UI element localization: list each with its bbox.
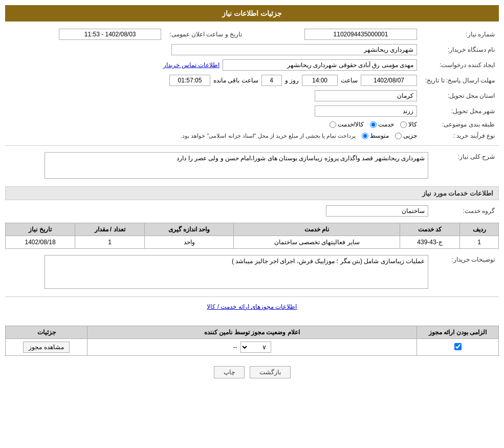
process-jozyi-label: جزیی (403, 132, 417, 139)
province-label: استان محل تحویل: (421, 88, 499, 103)
perm-col-details: جزئیات (6, 326, 87, 339)
need-number-label: شماره نیاز: (421, 27, 499, 42)
category-kala-label: کالا (408, 121, 417, 128)
city-input[interactable] (315, 105, 417, 117)
bottom-buttons-area: بازگشت چاپ (5, 366, 499, 389)
announcement-datetime-input[interactable] (59, 29, 161, 40)
process-label: نوع فرآیند خرید : (421, 130, 499, 141)
buyer-description-label: توضیحات خریدار: (432, 253, 499, 292)
process-jozyi-radio[interactable] (395, 133, 402, 139)
cell-need-date: 1402/08/18 (6, 236, 75, 249)
view-permit-button[interactable]: مشاهده مجوز (23, 342, 69, 353)
category-label: طبقه بندی موضوعی: (421, 119, 499, 130)
response-time-label: ساعت (341, 77, 358, 84)
process-motavasset-radio[interactable] (362, 133, 368, 139)
process-motavasset-label: متوسط (370, 132, 389, 139)
creator-contact-link[interactable]: اطلاعات تماس خریدار (163, 61, 220, 69)
services-section-title: اطلاعات خدمات مورد نیاز (5, 186, 499, 200)
permissions-link[interactable]: اطلاعات مجوزهای ارائه خدمت / کالا (5, 301, 499, 312)
buyer-org-input[interactable] (171, 44, 417, 55)
buyer-description-textarea[interactable]: عملیات زیباسازی شامل (بتن مگر ؛ موزاییک … (45, 255, 428, 289)
category-kala-radio[interactable] (400, 121, 407, 128)
divider-1 (5, 145, 499, 146)
service-group-input[interactable] (326, 205, 428, 217)
category-kala-khedmat-radio[interactable] (330, 121, 336, 128)
response-time-input[interactable] (302, 75, 338, 86)
need-description-label: شرح کلی نیاز: (432, 150, 499, 182)
response-remaining-label: ساعت باقی مانده (213, 77, 258, 84)
perm-status-select[interactable]: ∨ (240, 342, 271, 353)
response-remaining-input[interactable] (169, 75, 210, 86)
process-note: پرداخت تمام یا بخشی از مبلغ خرید از محل … (181, 133, 356, 139)
perm-required-checkbox[interactable] (454, 343, 462, 350)
col-service-name: نام خدمت (234, 223, 400, 236)
cell-unit: واحد (144, 236, 233, 249)
buyer-desc-table: توضیحات خریدار: عملیات زیباسازی شامل (بت… (5, 253, 499, 292)
col-service-code: کد خدمت (400, 223, 459, 236)
perm-status-value: -- (233, 344, 237, 351)
col-need-date: تاریخ نیاز (6, 223, 75, 236)
creator-input[interactable] (223, 59, 417, 71)
col-unit: واحد اندازه گیری (144, 223, 233, 236)
need-number-input[interactable] (304, 29, 417, 40)
basic-info-table: شماره نیاز: تاریخ و ساعت اعلان عمومی: نا… (5, 27, 499, 141)
page-header: جزئیات اطلاعات نیاز (5, 5, 499, 22)
perm-row: ∨ -- مشاهده مجوز (6, 339, 499, 356)
services-table: ردیف کد خدمت نام خدمت واحد اندازه گیری ت… (5, 223, 499, 249)
category-khedmat-label: خدمت (378, 121, 394, 128)
creator-label: ایجاد کننده درخواست: (421, 57, 499, 73)
service-group-label: گروه خدمت: (432, 203, 499, 219)
permissions-table: الزامی بودن ارائه مجوز اعلام وضعیت مجوز … (5, 326, 499, 356)
page-title: جزئیات اطلاعات نیاز (222, 9, 282, 17)
perm-col-required: الزامی بودن ارائه مجوز (417, 326, 499, 339)
back-button[interactable]: بازگشت (250, 366, 291, 378)
perm-col-status: اعلام وضعیت مجوز توسط نامین کننده (87, 326, 417, 339)
response-deadline-label: مهلت ارسال پاسخ: تا تاریخ: (421, 73, 499, 88)
cell-row-num: 1 (460, 236, 499, 249)
category-khedmat-radio[interactable] (370, 121, 377, 128)
need-description-table: شرح کلی نیاز: شهرداری ریحانشهر قصد واگذا… (5, 150, 499, 182)
response-days-input[interactable] (261, 75, 282, 86)
buyer-org-label: نام دستگاه خریدار: (421, 42, 499, 57)
announcement-datetime-label: تاریخ و ساعت اعلان عمومی: (165, 27, 246, 42)
divider-2 (5, 296, 499, 297)
table-row: 1 ج-43-439 سایر فعالیتهای تخصصی ساختمان … (6, 236, 499, 249)
cell-service-code: ج-43-439 (400, 236, 459, 249)
need-description-textarea[interactable]: شهرداری ریحانشهر قصد واگذاری پروژه زیباس… (45, 152, 428, 179)
province-input[interactable] (315, 90, 417, 101)
cell-service-name: سایر فعالیتهای تخصصی ساختمان (234, 236, 400, 249)
col-row-num: ردیف (460, 223, 499, 236)
cell-quantity: 1 (75, 236, 145, 249)
response-date-input[interactable] (361, 75, 417, 86)
col-quantity: تعداد / مقدار (75, 223, 145, 236)
service-group-table: گروه خدمت: (5, 203, 499, 219)
print-button[interactable]: چاپ (214, 366, 245, 378)
city-label: شهر محل تحویل: (421, 103, 499, 119)
category-kala-khedmat-label: کالا/خدمت (338, 121, 364, 128)
response-days-label: روز و (285, 77, 299, 84)
